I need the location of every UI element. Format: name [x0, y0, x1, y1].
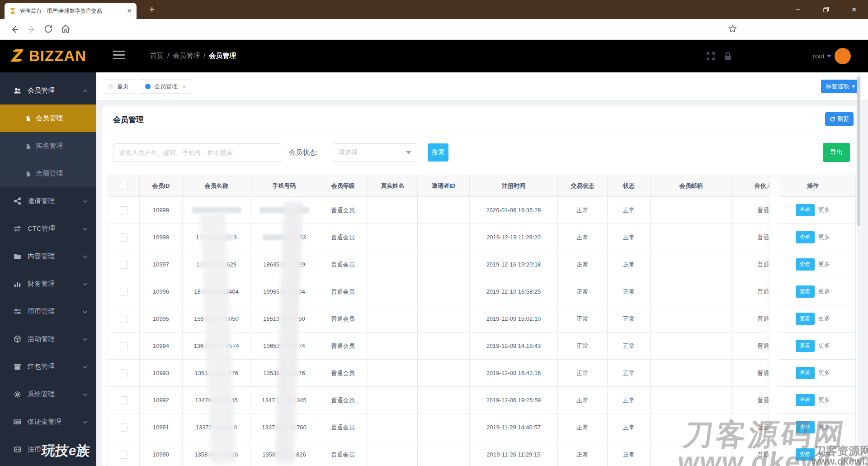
redacted-text	[259, 207, 309, 213]
tag-close-icon[interactable]: ×	[182, 83, 186, 90]
new-tab-button[interactable]: +	[146, 4, 158, 16]
export-button[interactable]: 导出	[823, 143, 850, 162]
bookmark-star-icon[interactable]	[728, 24, 739, 35]
window-restore-button[interactable]	[812, 0, 840, 19]
row-checkbox[interactable]	[120, 369, 128, 377]
sidebar-item-7[interactable]: 红包管理	[0, 353, 96, 380]
more-link[interactable]: 更多	[818, 261, 830, 267]
bizzan-logo[interactable]: ZZ BIZZAN	[11, 47, 86, 65]
refresh-button[interactable]: 刷新	[825, 112, 854, 126]
view-button[interactable]: 查看	[796, 285, 815, 298]
home-button-icon[interactable]	[61, 24, 71, 35]
sidebar-item-1[interactable]: 邀请管理	[0, 187, 96, 215]
tag-options-button[interactable]: 标签选项	[821, 80, 860, 93]
sidebar-item-6[interactable]: 活动管理	[0, 325, 96, 353]
row-checkbox[interactable]	[120, 423, 128, 432]
row-checkbox[interactable]	[120, 206, 128, 214]
sidebar-item-8[interactable]: 系统管理	[0, 380, 96, 408]
browser-tab[interactable]: 管理后台 - 币严|全球数字资产交易 ✕	[5, 3, 137, 19]
sidebar-item-10[interactable]: 法币管理	[0, 436, 96, 463]
cell-phone: 1863529	[250, 251, 318, 278]
column-header: 会员等级	[318, 175, 368, 197]
row-checkbox[interactable]	[120, 315, 128, 323]
row-checkbox[interactable]	[120, 451, 128, 459]
sidebar-item-label: 财务管理	[28, 280, 82, 288]
search-input[interactable]	[113, 143, 281, 162]
more-link[interactable]: 更多	[818, 342, 830, 349]
scrollbar-thumb[interactable]	[857, 77, 860, 226]
sidebar-item-3[interactable]: 内容管理	[0, 243, 96, 270]
cell-member-id: 10999	[140, 197, 183, 224]
chevron-down-icon	[827, 55, 831, 57]
cell-select	[108, 278, 140, 305]
view-button[interactable]: 查看	[796, 340, 815, 352]
more-link[interactable]: 更多	[818, 451, 830, 457]
more-link[interactable]: 更多	[818, 423, 830, 430]
redacted-text	[280, 289, 297, 295]
more-link[interactable]: 更多	[818, 233, 830, 240]
view-button[interactable]: 查看	[796, 258, 815, 271]
sidebar-item-0[interactable]: 会员管理	[0, 77, 96, 105]
tab-tag-0[interactable]: 首页	[102, 79, 135, 94]
sidebar-subitem-2[interactable]: 余额管理	[0, 160, 96, 187]
search-button[interactable]: 搜索	[428, 143, 448, 162]
lock-icon[interactable]	[723, 52, 732, 62]
refresh-button-icon[interactable]	[43, 24, 54, 35]
view-button[interactable]: 查看	[796, 421, 815, 433]
app-header: ZZ BIZZAN 首页/会员管理/会员管理 root	[0, 40, 868, 72]
fullscreen-icon[interactable]	[706, 52, 715, 62]
avatar[interactable]	[835, 48, 851, 64]
view-button[interactable]: 查看	[796, 231, 815, 243]
row-checkbox[interactable]	[120, 261, 128, 269]
row-checkbox[interactable]	[120, 233, 128, 242]
view-button[interactable]: 查看	[796, 367, 815, 379]
row-checkbox[interactable]	[120, 288, 128, 296]
sidebar-toggle-icon[interactable]	[113, 51, 125, 59]
window-minimize-button[interactable]: ─	[784, 0, 812, 19]
view-button[interactable]: 查看	[796, 313, 815, 325]
forward-button-icon[interactable]	[26, 24, 37, 35]
sidebar-item-5[interactable]: 币币管理	[0, 298, 96, 325]
more-link[interactable]: 更多	[818, 288, 830, 295]
breadcrumb-item[interactable]: 会员管理	[173, 52, 200, 60]
select-all-checkbox[interactable]	[120, 182, 128, 190]
more-link[interactable]: 更多	[818, 369, 830, 376]
table-row: 109981353普通会员2019-12-19 11:29:20正常正常普通查看…	[108, 224, 856, 251]
cell-real-name	[368, 197, 418, 224]
chevron-down-icon	[82, 309, 88, 315]
column-header: 会员名称	[183, 175, 250, 197]
cell-select	[108, 333, 140, 360]
sidebar-subitem-1[interactable]: 实名管理	[0, 132, 96, 160]
view-button[interactable]: 查看	[796, 204, 815, 216]
redacted-text	[280, 316, 297, 322]
row-checkbox[interactable]	[120, 342, 128, 350]
cell-status: 正常	[608, 305, 651, 333]
cell-actions: 查看更多	[770, 224, 856, 251]
tab-tag-1[interactable]: 会员管理×	[139, 79, 192, 94]
table-header-row: 会员ID会员名称手机号码会员等级真实姓名邀请者ID注册时间交易状态状态会员邮箱合…	[108, 175, 856, 197]
more-link[interactable]: 更多	[818, 206, 830, 213]
sidebar-item-9[interactable]: 保证金管理	[0, 408, 96, 436]
breadcrumb-item[interactable]: 首页	[150, 52, 164, 60]
member-status-select[interactable]: 请选择	[333, 143, 417, 162]
more-link[interactable]: 更多	[818, 396, 830, 403]
row-checkbox[interactable]	[120, 396, 128, 404]
more-link[interactable]: 更多	[818, 315, 830, 322]
redacted-text	[263, 234, 298, 240]
redacted-text	[280, 262, 297, 267]
user-name: root	[813, 52, 825, 60]
sidebar-item-4[interactable]: 财务管理	[0, 270, 96, 298]
cell-inviter-id	[418, 197, 470, 224]
view-button[interactable]: 查看	[796, 394, 815, 406]
redacted-text	[208, 370, 227, 376]
view-button[interactable]: 查看	[796, 448, 815, 461]
back-button-icon[interactable]	[9, 24, 20, 35]
tab-close-icon[interactable]: ✕	[127, 7, 132, 14]
sidebar-item-label: 邀请管理	[28, 197, 82, 205]
cell-member-name	[183, 197, 250, 224]
user-menu[interactable]: root	[813, 52, 831, 60]
sidebar-subitem-0[interactable]: 会员管理	[0, 105, 96, 132]
sidebar-item-2[interactable]: CTC管理	[0, 215, 96, 243]
window-close-button[interactable]: ✕	[840, 0, 868, 19]
browser-tab-bar: 管理后台 - 币严|全球数字资产交易 ✕ + ─ ✕	[0, 0, 868, 19]
